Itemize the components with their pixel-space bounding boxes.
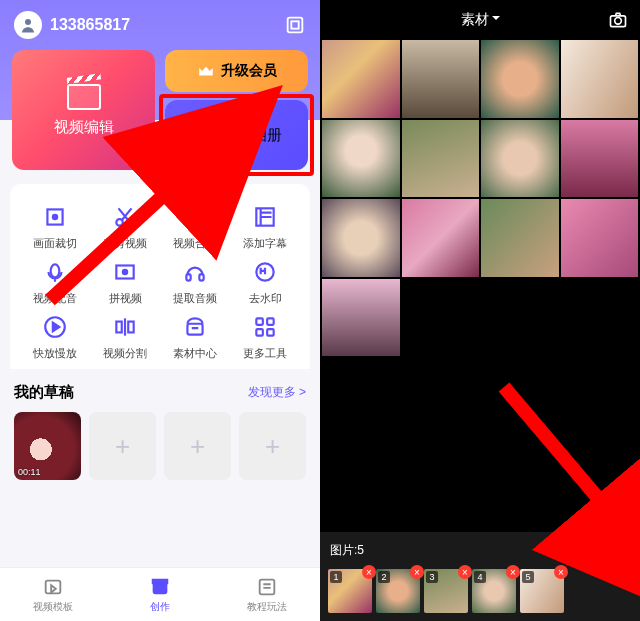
gallery-thumb[interactable]	[481, 40, 559, 118]
stitch-icon	[110, 257, 140, 287]
tool-material-center[interactable]: 素材中心	[160, 312, 230, 361]
tool-label: 添加字幕	[243, 236, 287, 251]
remove-icon[interactable]: ×	[410, 565, 424, 579]
tool-label: 更多工具	[243, 346, 287, 361]
selection-index: 5	[522, 571, 534, 583]
tool-label: 拼视频	[109, 291, 142, 306]
nav-0[interactable]: 视频模板	[0, 568, 107, 621]
nav-icon	[256, 576, 278, 598]
nav-2[interactable]: 教程玩法	[213, 568, 320, 621]
tool-label: 去水印	[249, 291, 282, 306]
album-label: 电子相册	[222, 126, 282, 145]
album-card[interactable]: 电子相册	[165, 100, 308, 170]
nav-label: 教程玩法	[247, 600, 287, 614]
svg-line-32	[504, 387, 614, 517]
svg-rect-27	[153, 579, 168, 583]
gallery-thumb[interactable]	[402, 40, 480, 118]
tool-label: 视频合并	[173, 236, 217, 251]
video-edit-label: 视频编辑	[54, 118, 114, 137]
selected-thumb[interactable]: 2×	[376, 569, 420, 613]
crop-icon	[40, 202, 70, 232]
svg-rect-13	[186, 274, 190, 281]
gallery-thumb[interactable]	[481, 120, 559, 198]
scan-icon[interactable]	[284, 14, 306, 36]
nav-1[interactable]: 创作	[107, 568, 214, 621]
draft-item[interactable]: 00:11	[14, 412, 81, 480]
tool-label: 素材中心	[173, 346, 217, 361]
selection-index: 3	[426, 571, 438, 583]
tool-subtitle[interactable]: 添加字幕	[230, 202, 300, 251]
dub-icon	[40, 257, 70, 287]
gallery-thumb[interactable]	[322, 199, 400, 277]
vip-card[interactable]: 升级会员	[165, 50, 308, 92]
gallery-thumb[interactable]	[402, 120, 480, 198]
svg-rect-21	[256, 318, 263, 325]
tool-dub[interactable]: 视频配音	[20, 257, 90, 306]
draft-add[interactable]: +	[239, 412, 306, 480]
tool-extract-audio[interactable]: 提取音频	[160, 257, 230, 306]
selection-index: 1	[330, 571, 342, 583]
selected-thumb[interactable]: 4×	[472, 569, 516, 613]
tool-stitch[interactable]: 拼视频	[90, 257, 160, 306]
remove-icon[interactable]: ×	[506, 565, 520, 579]
draft-add[interactable]: +	[164, 412, 231, 480]
photo-icon	[192, 124, 214, 146]
tool-label: 视频分割	[103, 346, 147, 361]
drafts-title: 我的草稿	[14, 383, 74, 402]
gallery-thumb[interactable]	[481, 199, 559, 277]
avatar[interactable]	[14, 11, 42, 39]
tool-more-tools[interactable]: 更多工具	[230, 312, 300, 361]
draft-duration: 00:11	[18, 467, 41, 477]
tool-label: 视频配音	[33, 291, 77, 306]
gallery-thumb[interactable]	[561, 40, 639, 118]
remove-icon[interactable]: ×	[458, 565, 472, 579]
draft-add[interactable]: +	[89, 412, 156, 480]
selected-thumb[interactable]: 3×	[424, 569, 468, 613]
svg-rect-24	[267, 329, 274, 336]
gallery-thumb[interactable]	[402, 199, 480, 277]
tool-speed[interactable]: 快放慢放	[20, 312, 90, 361]
svg-rect-1	[288, 18, 303, 33]
video-edit-card[interactable]: 视频编辑	[12, 50, 155, 170]
tool-cut[interactable]: 裁剪视频	[90, 202, 160, 251]
tool-merge[interactable]: 视频合并	[160, 202, 230, 251]
selected-thumb[interactable]: 5×	[520, 569, 564, 613]
nav-icon	[149, 576, 171, 598]
plus-icon: +	[265, 431, 280, 462]
tool-label: 画面裁切	[33, 236, 77, 251]
svg-point-12	[123, 270, 127, 274]
remove-icon[interactable]: ×	[554, 565, 568, 579]
nav-label: 创作	[150, 600, 170, 614]
svg-point-6	[53, 215, 57, 219]
split-icon	[110, 312, 140, 342]
more-tools-icon	[250, 312, 280, 342]
gallery-thumb[interactable]	[561, 120, 639, 198]
gallery-thumb[interactable]	[561, 199, 639, 277]
drafts-more-link[interactable]: 发现更多 >	[248, 384, 306, 401]
svg-rect-2	[291, 21, 298, 28]
tool-crop[interactable]: 画面裁切	[20, 202, 90, 251]
plus-icon: +	[115, 431, 130, 462]
subtitle-icon	[250, 202, 280, 232]
svg-point-31	[615, 18, 622, 25]
tool-remove-watermark[interactable]: 去水印	[230, 257, 300, 306]
camera-icon[interactable]	[608, 10, 628, 33]
plus-icon: +	[190, 431, 205, 462]
next-button[interactable]: 下一步	[578, 538, 630, 563]
selected-thumb[interactable]: 1×	[328, 569, 372, 613]
material-dropdown[interactable]: 素材	[461, 11, 500, 29]
svg-rect-22	[267, 318, 274, 325]
selection-count: 图片:5	[330, 542, 364, 559]
gallery-thumb[interactable]	[322, 120, 400, 198]
extract-audio-icon	[180, 257, 210, 287]
gallery-thumb[interactable]	[322, 279, 400, 357]
clapper-icon	[67, 84, 101, 110]
gallery-thumb[interactable]	[322, 40, 400, 118]
user-id: 133865817	[50, 16, 284, 34]
remove-icon[interactable]: ×	[362, 565, 376, 579]
cut-icon	[110, 202, 140, 232]
nav-icon	[42, 576, 64, 598]
tool-split[interactable]: 视频分割	[90, 312, 160, 361]
annotation-arrow	[494, 377, 634, 541]
merge-icon	[180, 202, 210, 232]
